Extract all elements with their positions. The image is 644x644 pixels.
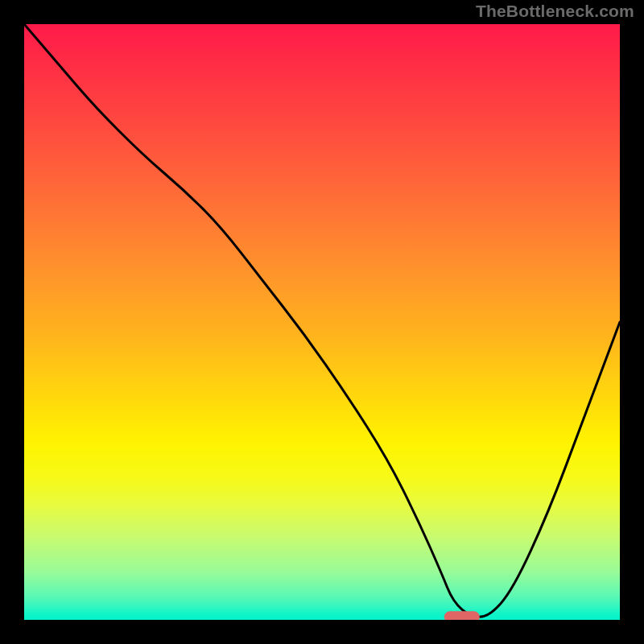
bottleneck-curve [24, 24, 620, 617]
plot-area [24, 24, 620, 620]
curve-layer [24, 24, 620, 620]
optimum-marker [444, 612, 480, 620]
attribution-label: TheBottleneck.com [476, 2, 634, 21]
chart-frame: TheBottleneck.com [0, 0, 644, 644]
